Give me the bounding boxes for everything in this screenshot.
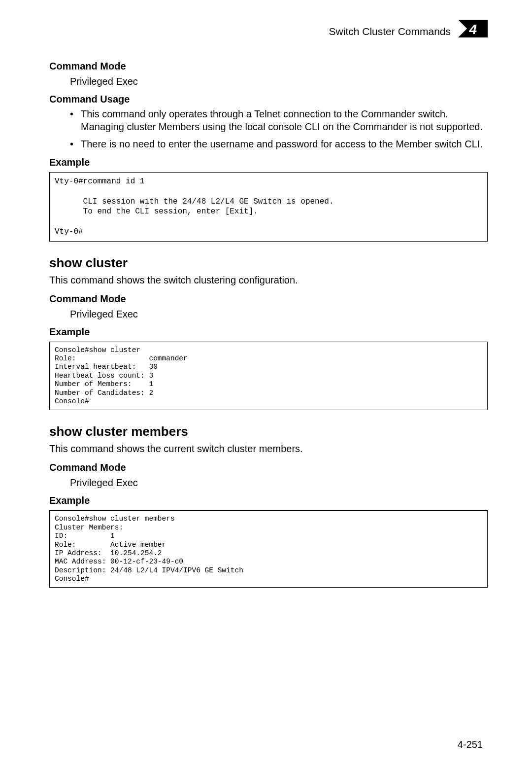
example-label: Example xyxy=(49,495,488,506)
command-description: This command shows the switch clustering… xyxy=(49,274,488,286)
section-show-cluster-members: show cluster members This command shows … xyxy=(49,424,488,588)
command-mode-value: Privileged Exec xyxy=(70,308,488,320)
example-code-block: Vty-0#rcommand id 1 CLI session with the… xyxy=(49,172,488,242)
example-code-block: Console#show cluster Role: commander Int… xyxy=(49,342,488,411)
page-number: 4-251 xyxy=(458,739,483,750)
command-heading: show cluster xyxy=(49,255,488,271)
header-title: Switch Cluster Commands xyxy=(329,26,451,37)
command-heading: show cluster members xyxy=(49,424,488,439)
section-show-cluster: show cluster This command shows the swit… xyxy=(49,255,488,411)
command-mode-value: Privileged Exec xyxy=(70,75,488,88)
usage-bullet-list: This command only operates through a Tel… xyxy=(70,108,488,151)
usage-bullet-item: There is no need to enter the username a… xyxy=(70,138,488,151)
command-mode-label: Command Mode xyxy=(49,61,488,72)
command-description: This command shows the current switch cl… xyxy=(49,442,488,455)
chapter-number: 4 xyxy=(469,22,477,37)
page-header: Switch Cluster Commands 4 xyxy=(49,20,488,43)
command-mode-value: Privileged Exec xyxy=(70,476,488,489)
example-label: Example xyxy=(49,326,488,338)
section-rcommand: Command Mode Privileged Exec Command Usa… xyxy=(49,61,488,242)
command-mode-label: Command Mode xyxy=(49,462,488,473)
chapter-badge: 4 xyxy=(458,20,488,43)
example-label: Example xyxy=(49,157,488,168)
command-usage-label: Command Usage xyxy=(49,94,488,105)
command-mode-label: Command Mode xyxy=(49,293,488,305)
usage-bullet-item: This command only operates through a Tel… xyxy=(70,108,488,133)
example-code-block: Console#show cluster members Cluster Mem… xyxy=(49,510,488,588)
